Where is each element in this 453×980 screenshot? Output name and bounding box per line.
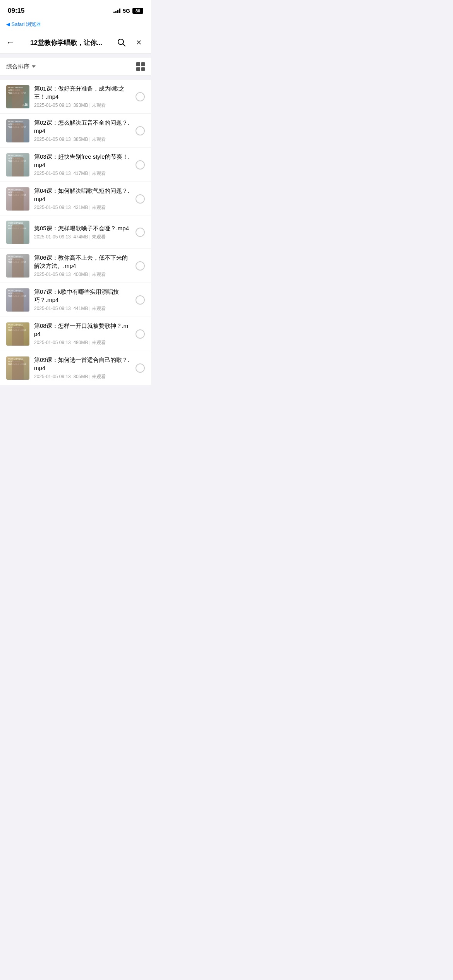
file-select-radio[interactable] — [136, 363, 145, 373]
file-info: 第03课：赶快告别free style的节奏！.mp4 2025-01-05 0… — [34, 152, 131, 177]
search-button[interactable] — [115, 36, 129, 50]
thumb-image: YOU CHANGE YOUR LIFE ANGING & HEAR — [6, 119, 29, 142]
thumb-image: YOU CHANGE YOUR LIFE ANGING & HEAR — [6, 153, 29, 176]
safari-back-label[interactable]: ◀ Safari 浏览器 — [6, 21, 41, 28]
file-title: 第06课：教你高不上去，低不下来的解决方法。.mp4 — [34, 254, 131, 270]
file-select-radio[interactable] — [136, 329, 145, 339]
file-info: 第06课：教你高不上去，低不下来的解决方法。.mp4 2025-01-05 09… — [34, 254, 131, 278]
thumb-person-silhouette — [12, 292, 24, 312]
thumb-person-silhouette — [12, 224, 24, 244]
battery-icon: 80 — [132, 8, 143, 14]
file-select-radio[interactable] — [136, 194, 145, 204]
file-info: 第02课：怎么解决五音不全的问题？.mp4 2025-01-05 09:13 3… — [34, 118, 131, 143]
file-info: 第07课：k歌中有哪些实用演唱技巧？.mp4 2025-01-05 09:13 … — [34, 288, 131, 312]
file-title: 第08课：怎样一开口就被赞歌神？.mp4 — [34, 322, 131, 338]
sort-label: 综合排序 — [6, 63, 29, 70]
sort-button[interactable]: 综合排序 — [6, 63, 36, 70]
thumb-image: YOU CHANGE YOUR LIFE ANGING & HEAR 3.题 — [6, 85, 29, 108]
file-thumbnail: YOU CHANGE YOUR LIFE ANGING & HEAR — [6, 119, 29, 142]
status-time: 09:15 — [8, 7, 24, 15]
file-select-radio[interactable] — [136, 92, 145, 101]
page-title: 12堂教你学唱歌，让你... — [22, 38, 111, 47]
file-info: 第08课：怎样一开口就被赞歌神？.mp4 2025-01-05 09:13 48… — [34, 322, 131, 346]
thumb-image: YOU CHANGE YOUR LIFE ANGING & HEAR — [6, 356, 29, 380]
file-title: 第01课：做好充分准备，成为k歌之王！.mp4 — [34, 84, 131, 101]
file-select-radio[interactable] — [136, 126, 145, 135]
list-item[interactable]: YOU CHANGE YOUR LIFE ANGING & HEAR 第03课：… — [0, 148, 151, 182]
svg-line-1 — [123, 44, 125, 46]
file-thumbnail: YOU CHANGE YOUR LIFE ANGING & HEAR — [6, 322, 29, 346]
grid-icon — [136, 62, 145, 71]
file-info: 第01课：做好充分准备，成为k歌之王！.mp4 2025-01-05 09:13… — [34, 84, 131, 109]
thumb-person-silhouette — [12, 123, 24, 142]
thumb-person-silhouette — [12, 360, 24, 380]
file-meta: 2025-01-05 09:13 393MB | 未观看 — [34, 102, 131, 109]
file-thumbnail: YOU CHANGE YOUR LIFE ANGING & HEAR — [6, 288, 29, 312]
thumb-image: YOU CHANGE YOUR LIFE ANGING & HEAR — [6, 322, 29, 346]
file-thumbnail: YOU CHANGE YOUR LIFE ANGING & HEAR 3.题 — [6, 85, 29, 108]
thumb-person-silhouette — [12, 89, 24, 108]
file-thumbnail: YOU CHANGE YOUR LIFE ANGING & HEAR — [6, 221, 29, 244]
list-item[interactable]: YOU CHANGE YOUR LIFE ANGING & HEAR 第08课：… — [0, 317, 151, 351]
thumb-image: YOU CHANGE YOUR LIFE ANGING & HEAR — [6, 288, 29, 312]
thumb-image: YOU CHANGE YOUR LIFE ANGING & HEAR — [6, 254, 29, 278]
thumb-person-silhouette — [12, 326, 24, 346]
file-info: 第09课：如何选一首适合自己的歌？.mp4 2025-01-05 09:13 3… — [34, 356, 131, 380]
list-item[interactable]: YOU CHANGE YOUR LIFE ANGING & HEAR 第04课：… — [0, 182, 151, 216]
safari-bar[interactable]: ◀ Safari 浏览器 — [0, 19, 151, 32]
file-info: 第05课：怎样唱歌嗓子不会哑？.mp4 2025-01-05 09:13 474… — [34, 224, 131, 240]
file-info: 第04课：如何解决唱歌气短的问题？.mp4 2025-01-05 09:13 4… — [34, 187, 131, 211]
thumb-image: YOU CHANGE YOUR LIFE ANGING & HEAR — [6, 221, 29, 244]
file-meta: 2025-01-05 09:13 385MB | 未观看 — [34, 136, 131, 143]
list-item[interactable]: YOU CHANGE YOUR LIFE ANGING & HEAR 第05课：… — [0, 216, 151, 249]
file-title: 第09课：如何选一首适合自己的歌？.mp4 — [34, 356, 131, 372]
file-select-radio[interactable] — [136, 295, 145, 305]
search-icon — [117, 38, 126, 47]
file-title: 第04课：如何解决唱歌气短的问题？.mp4 — [34, 187, 131, 203]
file-meta: 2025-01-05 09:13 305MB | 未观看 — [34, 373, 131, 380]
file-select-radio[interactable] — [136, 261, 145, 271]
thumb-image: YOU CHANGE YOUR LIFE ANGING & HEAR — [6, 187, 29, 211]
list-item[interactable]: YOU CHANGE YOUR LIFE ANGING & HEAR 第09课：… — [0, 351, 151, 385]
file-list: YOU CHANGE YOUR LIFE ANGING & HEAR 3.题 第… — [0, 80, 151, 385]
thumb-person-silhouette — [12, 191, 24, 211]
network-label: 5G — [123, 8, 130, 14]
file-meta: 2025-01-05 09:13 431MB | 未观看 — [34, 204, 131, 211]
sort-arrow-icon — [32, 65, 36, 68]
back-button[interactable]: ← — [6, 38, 18, 48]
list-item[interactable]: YOU CHANGE YOUR LIFE ANGING & HEAR 第07课：… — [0, 283, 151, 317]
file-meta: 2025-01-05 09:13 441MB | 未观看 — [34, 305, 131, 312]
list-item[interactable]: YOU CHANGE YOUR LIFE ANGING & HEAR 第02课：… — [0, 114, 151, 148]
thumb-person-silhouette — [12, 157, 24, 176]
file-title: 第05课：怎样唱歌嗓子不会哑？.mp4 — [34, 224, 131, 232]
list-item[interactable]: YOU CHANGE YOUR LIFE ANGING & HEAR 3.题 第… — [0, 80, 151, 114]
status-bar: 09:15 5G 80 — [0, 0, 151, 19]
file-meta: 2025-01-05 09:13 480MB | 未观看 — [34, 339, 131, 346]
nav-bar: ← 12堂教你学唱歌，让你... ✕ — [0, 32, 151, 54]
signal-icon — [113, 9, 120, 13]
file-select-radio[interactable] — [136, 160, 145, 170]
file-title: 第02课：怎么解决五音不全的问题？.mp4 — [34, 118, 131, 135]
status-icons: 5G 80 — [113, 8, 143, 14]
battery-level: 80 — [132, 8, 143, 14]
thumb-person-silhouette — [12, 258, 24, 278]
list-item[interactable]: YOU CHANGE YOUR LIFE ANGING & HEAR 第06课：… — [0, 249, 151, 283]
grid-view-button[interactable] — [136, 62, 145, 71]
file-title: 第03课：赶快告别free style的节奏！.mp4 — [34, 152, 131, 169]
file-thumbnail: YOU CHANGE YOUR LIFE ANGING & HEAR — [6, 153, 29, 176]
file-title: 第07课：k歌中有哪些实用演唱技巧？.mp4 — [34, 288, 131, 304]
file-thumbnail: YOU CHANGE YOUR LIFE ANGING & HEAR — [6, 254, 29, 278]
close-button[interactable]: ✕ — [132, 36, 145, 49]
toolbar: 综合排序 — [0, 58, 151, 76]
file-meta: 2025-01-05 09:13 417MB | 未观看 — [34, 170, 131, 177]
file-select-radio[interactable] — [136, 228, 145, 237]
file-thumbnail: YOU CHANGE YOUR LIFE ANGING & HEAR — [6, 187, 29, 211]
file-meta: 2025-01-05 09:13 400MB | 未观看 — [34, 271, 131, 278]
file-thumbnail: YOU CHANGE YOUR LIFE ANGING & HEAR — [6, 356, 29, 380]
file-meta: 2025-01-05 09:13 474MB | 未观看 — [34, 234, 131, 240]
